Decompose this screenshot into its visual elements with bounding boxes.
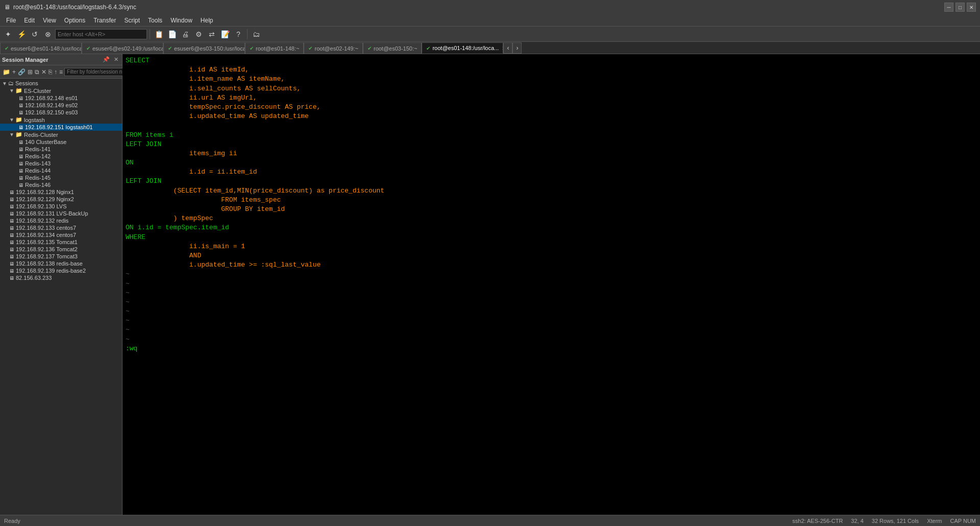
redis146-label: Redis-146 — [25, 182, 51, 188]
tree-session-centos7a[interactable]: 🖥 192.168.92.133 centos7 — [0, 224, 122, 231]
sftp-button[interactable]: 🗂 — [250, 28, 262, 40]
tree-folder-logstash[interactable]: ▼ 📁 logstash — [0, 116, 122, 124]
new-session-button[interactable]: ✦ — [2, 28, 14, 40]
tab-6[interactable]: ✔ root@es03-150:~ — [363, 42, 422, 54]
close-button[interactable]: ✕ — [967, 3, 976, 12]
tree-folder-es-cluster[interactable]: ▼ 📁 ES-Cluster — [0, 87, 122, 94]
copy-button[interactable]: 📋 — [153, 28, 165, 40]
session-icon: 🖥 — [9, 247, 14, 252]
menu-options[interactable]: Options — [60, 16, 89, 25]
sidebar-close-button[interactable]: ✕ — [112, 56, 120, 63]
tree-session-redis141[interactable]: 🖥 Redis-141 — [0, 146, 122, 153]
tree-session-redis[interactable]: 🖥 192.168.92.132 redis — [0, 217, 122, 224]
session-icon: 🖥 — [9, 240, 14, 245]
tab-1[interactable]: ✔ esuser6@es01-148:/usr/local... — [0, 42, 82, 54]
tree-session-redis143[interactable]: 🖥 Redis-143 — [0, 160, 122, 167]
session-icon: 🖥 — [18, 95, 23, 101]
tree-session-extra[interactable]: 🖥 82.156.63.233 — [0, 274, 122, 281]
tree-session-redis145[interactable]: 🖥 Redis-145 — [0, 174, 122, 181]
tree-session-centos7b[interactable]: 🖥 192.168.92.134 centos7 — [0, 231, 122, 238]
connect-window-button[interactable]: ⧉ — [34, 67, 40, 77]
tree-session-nginx1[interactable]: 🖥 192.168.92.128 Nginx1 — [0, 188, 122, 196]
move-up-button[interactable]: ↑ — [54, 67, 58, 77]
tab-7[interactable]: ✔ root@es01-148:/usr/loca... ✕ — [422, 42, 503, 54]
menu-file[interactable]: File — [2, 16, 20, 25]
paste-button[interactable]: 📄 — [166, 28, 178, 40]
expand-arrow: ▼ — [9, 88, 14, 93]
tab-3-label: esuser6@es03-150:/usr/local... — [174, 45, 245, 52]
session-icon: 🖥 — [18, 139, 23, 145]
session-icon: 🖥 — [9, 211, 14, 217]
menu-tools[interactable]: Tools — [144, 16, 166, 25]
tab-scroll-right[interactable]: › — [512, 42, 522, 54]
tree-session-tomcat2[interactable]: 🖥 192.168.92.136 Tomcat2 — [0, 246, 122, 253]
minimize-button[interactable]: ─ — [944, 3, 953, 12]
terminal-content[interactable]: SELECT i.id AS itemId, i.item_name AS it… — [122, 54, 980, 515]
redis144-label: Redis-144 — [25, 168, 51, 174]
centos7b-label: 192.168.92.134 centos7 — [16, 232, 76, 238]
tab-check-icon: ✔ — [86, 45, 90, 51]
tree-session-clusterbase[interactable]: 🖥 140 ClusterBase — [0, 138, 122, 146]
new-folder-button[interactable]: 📁 — [2, 67, 11, 77]
toolbar-separator2 — [247, 29, 248, 39]
flash-button[interactable]: ⚡ — [15, 28, 28, 40]
main-area: Session Manager 📌 ✕ 📁 + 🔗 ⊞ ⧉ ✕ ⎘ ↑ ≡ 🔍 … — [0, 54, 980, 515]
tomcat3-label: 192.168.92.137 Tomcat3 — [16, 253, 78, 259]
tab-scroll-left[interactable]: ‹ — [503, 42, 512, 54]
sort-button[interactable]: ≡ — [59, 67, 63, 77]
tree-session-es03[interactable]: 🖥 192.168.92.150 es03 — [0, 109, 122, 116]
expand-arrow: ▼ — [9, 132, 14, 137]
menu-edit[interactable]: Edit — [20, 16, 39, 25]
tree-session-es01[interactable]: 🖥 192.168.92.148 es01 — [0, 94, 122, 102]
tab-4-label: root@es01-148:~ — [256, 45, 299, 52]
tree-folder-redis-cluster[interactable]: ▼ 📁 Redis-Cluster — [0, 131, 122, 138]
script-button[interactable]: 📝 — [219, 28, 231, 40]
tree-session-redis144[interactable]: 🖥 Redis-144 — [0, 167, 122, 174]
tree-session-tomcat3[interactable]: 🖥 192.168.92.137 Tomcat3 — [0, 253, 122, 260]
tree-root-sessions[interactable]: ▼ 🗂 Sessions — [0, 80, 122, 87]
menu-view[interactable]: View — [39, 16, 60, 25]
folder-icon: 📁 — [15, 87, 22, 94]
sessions-label: Sessions — [15, 80, 38, 86]
session-icon: 🖥 — [9, 189, 14, 195]
tree-session-logstash01[interactable]: 🖥 192.168.92.151 logstash01 — [0, 124, 122, 131]
host-input[interactable] — [55, 29, 147, 39]
tree-session-redis142[interactable]: 🖥 Redis-142 — [0, 153, 122, 160]
tree-session-tomcat1[interactable]: 🖥 192.168.92.135 Tomcat1 — [0, 238, 122, 246]
maximize-button[interactable]: □ — [955, 3, 965, 12]
status-left: Ready — [4, 518, 20, 524]
sidebar-pin-button[interactable]: 📌 — [101, 56, 111, 63]
clone-button[interactable]: ⎘ — [48, 67, 53, 77]
tab-5[interactable]: ✔ root@es02-149:~ — [304, 42, 362, 54]
extra-label: 82.156.63.233 — [16, 275, 52, 281]
tab-2[interactable]: ✔ esuser6@es02-149:/usr/local... — [82, 42, 163, 54]
menu-help[interactable]: Help — [197, 16, 217, 25]
transfer-button[interactable]: ⇄ — [206, 28, 218, 40]
tree-session-nginx2[interactable]: 🖥 192.168.92.129 Nginx2 — [0, 196, 122, 203]
menu-script[interactable]: Script — [120, 16, 144, 25]
help-button[interactable]: ? — [232, 28, 244, 40]
disconnect-button[interactable]: ⊗ — [42, 28, 54, 40]
menu-window[interactable]: Window — [166, 16, 197, 25]
tree-session-lvs[interactable]: 🖥 192.168.92.130 LVS — [0, 203, 122, 210]
tree-session-redis146[interactable]: 🖥 Redis-146 — [0, 181, 122, 188]
nginx1-label: 192.168.92.128 Nginx1 — [16, 189, 74, 195]
es03-label: 192.168.92.150 es03 — [25, 109, 78, 115]
reconnect-button[interactable]: ↺ — [29, 28, 41, 40]
tree-session-lvs-backup[interactable]: 🖥 192.168.92.131 LVS-BackUp — [0, 210, 122, 217]
terminal-area[interactable]: SELECT i.id AS itemId, i.item_name AS it… — [122, 54, 980, 515]
tree-session-es02[interactable]: 🖥 192.168.92.149 es02 — [0, 102, 122, 109]
tab-3[interactable]: ✔ esuser6@es03-150:/usr/local... — [163, 42, 245, 54]
tree-session-redis-base[interactable]: 🖥 192.168.92.138 redis-base — [0, 260, 122, 267]
tab-4[interactable]: ✔ root@es01-148:~ — [245, 42, 304, 54]
settings-button[interactable]: ⚙ — [192, 28, 205, 40]
menu-transfer[interactable]: Transfer — [89, 16, 120, 25]
connect-button[interactable]: 🔗 — [17, 67, 26, 77]
delete-session-button[interactable]: ✕ — [41, 67, 47, 77]
tab-check-icon: ✔ — [168, 45, 172, 51]
print-button[interactable]: 🖨 — [179, 28, 191, 40]
connect-tab-button[interactable]: ⊞ — [27, 67, 33, 77]
add-session-button[interactable]: + — [12, 67, 16, 77]
tree-session-redis-base2[interactable]: 🖥 192.168.92.139 redis-base2 — [0, 267, 122, 274]
status-position: 32, 4 — [851, 518, 863, 524]
